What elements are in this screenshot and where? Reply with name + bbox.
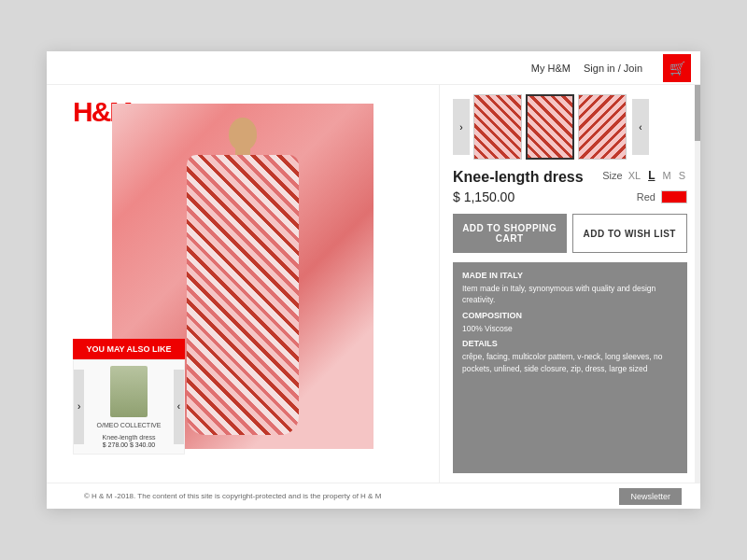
my-hm-link[interactable]: My H&M: [531, 63, 571, 74]
details-title: DETAILS: [462, 338, 678, 351]
also-like-item-label: Knee-length dress: [103, 433, 156, 441]
thumb-next[interactable]: ›: [453, 99, 470, 155]
also-like-header: YOU MAY ALSO LIKE: [73, 339, 185, 359]
copyright: © H & M -2018. The content of this site …: [84, 492, 381, 500]
product-info: Knee-length dress Size XL L M S: [453, 169, 687, 186]
price-color-row: $ 1,150.00 Red: [453, 189, 687, 204]
thumbnail-3[interactable]: [578, 94, 627, 160]
also-like-item[interactable]: O/MEO COLLECTIVE Knee-length dress $ 278…: [84, 360, 173, 454]
size-selector: Size XL L M S: [602, 169, 687, 182]
left-panel: H&M YOU MAY ALSO LIKE › O/MEO COLLECTIVE: [47, 85, 439, 483]
add-to-cart-button[interactable]: ADD TO SHOPPING CART: [453, 214, 567, 253]
size-m[interactable]: M: [660, 170, 672, 181]
details-text: crêpe, facing, multicolor pattern, v-nec…: [462, 351, 678, 375]
nav-links: My H&M Sign in / Join 🛒: [531, 54, 691, 82]
made-in-text: Item made in Italy, synonymous with qual…: [462, 283, 678, 307]
product-price: $ 1,150.00: [453, 189, 514, 204]
top-nav: My H&M Sign in / Join 🛒: [47, 51, 700, 85]
color-swatch[interactable]: [661, 190, 687, 203]
also-like-brand: O/MEO COLLECTIVE: [97, 421, 162, 429]
cart-button[interactable]: 🛒: [663, 54, 691, 82]
composition-title: COMPOSITION: [462, 310, 678, 323]
scroll-thumb[interactable]: [695, 85, 700, 141]
store-footer: © H & M -2018. The content of this site …: [47, 483, 700, 509]
thumbnail-strip: › ‹: [453, 94, 687, 160]
size-l[interactable]: L: [646, 169, 656, 182]
made-in-section: MADE IN ITALY Item made in Italy, synony…: [462, 270, 678, 306]
also-like-price: $ 278.00 $ 340.00: [103, 441, 155, 448]
color-label: Red: [637, 191, 655, 203]
size-s[interactable]: S: [677, 170, 687, 181]
thumb-images: [473, 94, 627, 160]
sign-in-link[interactable]: Sign in / Join: [584, 63, 642, 74]
also-like-img: [110, 366, 148, 417]
carousel-next[interactable]: ‹: [174, 370, 184, 444]
action-buttons: ADD TO SHOPPING CART ADD TO WISH LIST: [453, 214, 687, 253]
product-details: MADE IN ITALY Item made in Italy, synony…: [453, 262, 687, 473]
thumbnail-1[interactable]: [473, 94, 522, 160]
add-to-wishlist-button[interactable]: ADD TO WISH LIST: [572, 214, 688, 253]
color-row: Red: [637, 190, 687, 203]
details-section: DETAILS crêpe, facing, multicolor patter…: [462, 338, 678, 374]
thumb-prev[interactable]: ‹: [632, 99, 649, 155]
composition-section: COMPOSITION 100% Viscose: [462, 310, 678, 334]
main-content: H&M YOU MAY ALSO LIKE › O/MEO COLLECTIVE: [47, 85, 700, 483]
also-like-carousel: › O/MEO COLLECTIVE Knee-length dress $ 2…: [73, 359, 185, 455]
right-panel: › ‹ Knee-length dress Size XL L M S: [439, 85, 700, 483]
thumbnail-2[interactable]: [526, 94, 574, 160]
also-like-section: YOU MAY ALSO LIKE › O/MEO COLLECTIVE Kne…: [73, 339, 185, 455]
dress-body: [187, 155, 299, 435]
carousel-prev[interactable]: ›: [74, 370, 84, 444]
made-in-title: MADE IN ITALY: [462, 270, 678, 283]
store-window: My H&M Sign in / Join 🛒 H&M YOU MAY ALSO…: [47, 51, 700, 509]
scroll-track: [695, 85, 700, 483]
composition-text: 100% Viscose: [462, 323, 678, 335]
price-old: $ 278.00: [103, 441, 128, 448]
price-new: $ 340.00: [130, 441, 155, 448]
product-name: Knee-length dress: [453, 169, 584, 186]
size-label: Size: [602, 170, 622, 181]
newsletter-button[interactable]: Newsletter: [619, 488, 682, 505]
size-xl[interactable]: XL: [627, 170, 642, 181]
